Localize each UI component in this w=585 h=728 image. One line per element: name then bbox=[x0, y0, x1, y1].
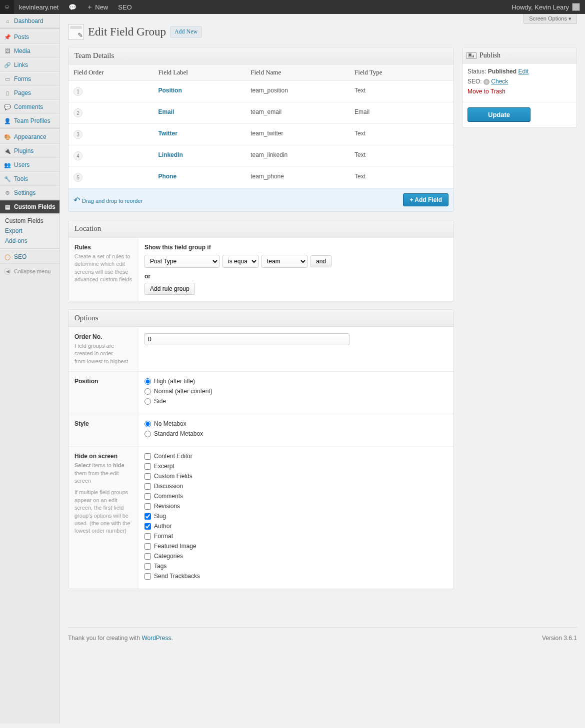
position-label: Position bbox=[74, 378, 132, 385]
submenu-custom-fields-link[interactable]: Custom Fields bbox=[0, 216, 60, 226]
field-label-link[interactable]: Email bbox=[158, 108, 174, 115]
page-icon: ▯ bbox=[4, 89, 11, 96]
comment-icon: 💬 bbox=[4, 103, 11, 110]
home-icon: ⌂ bbox=[4, 17, 11, 24]
seo-icon: ◯ bbox=[4, 253, 11, 260]
or-label: or bbox=[144, 273, 448, 280]
field-order: 4 bbox=[74, 151, 82, 160]
menu-settings[interactable]: ⚙Settings bbox=[0, 186, 60, 200]
submenu-custom-fields: Custom Fields Export Add-ons bbox=[0, 214, 60, 248]
menu-media[interactable]: 🖼Media bbox=[0, 44, 60, 58]
menu-custom-fields[interactable]: ▤Custom Fields bbox=[0, 200, 60, 214]
hide-item[interactable]: Comments bbox=[144, 493, 448, 500]
col-type: Field Type bbox=[350, 64, 454, 81]
move-to-trash-link[interactable]: Move to Trash bbox=[468, 88, 506, 95]
wp-logo-icon[interactable] bbox=[0, 0, 14, 14]
field-type: Text bbox=[350, 81, 454, 102]
position-normal[interactable]: Normal (after content) bbox=[144, 388, 448, 395]
hide-item[interactable]: Excerpt bbox=[144, 463, 448, 470]
col-label: Field Label bbox=[153, 64, 246, 81]
position-side[interactable]: Side bbox=[144, 398, 448, 405]
page-title: Edit Field Group Add New bbox=[68, 24, 577, 40]
hide-item[interactable]: Format bbox=[144, 533, 448, 540]
field-label-link[interactable]: Position bbox=[158, 87, 182, 94]
menu-posts[interactable]: 📌Posts bbox=[0, 30, 60, 44]
hide-item[interactable]: Featured Image bbox=[144, 543, 448, 550]
style-none[interactable]: No Metabox bbox=[144, 420, 448, 427]
howdy-account[interactable]: Howdy, Kevin Leary bbox=[506, 0, 585, 14]
fields-title: Team Details bbox=[68, 47, 454, 64]
site-name[interactable]: kevinleary.net bbox=[14, 0, 64, 14]
add-new-button[interactable]: Add New bbox=[170, 26, 202, 38]
version-text: Version 3.6.1 bbox=[542, 635, 577, 642]
edit-status-link[interactable]: Edit bbox=[518, 68, 528, 75]
seo-check-link[interactable]: Check bbox=[491, 78, 508, 85]
users-icon: 👥 bbox=[4, 161, 11, 168]
options-title: Options bbox=[68, 310, 454, 327]
drag-hint: ↶Drag and drop to reorder bbox=[74, 195, 142, 205]
hide-item[interactable]: Author bbox=[144, 523, 448, 530]
seo-menu[interactable]: SEO bbox=[113, 0, 136, 14]
seo-line: SEO: Check bbox=[468, 78, 572, 85]
field-label-link[interactable]: LinkedIn bbox=[158, 151, 182, 158]
avatar bbox=[572, 3, 580, 11]
hide-item[interactable]: Tags bbox=[144, 563, 448, 570]
form-icon: ▭ bbox=[4, 75, 11, 82]
collapse-menu[interactable]: ◀Collapse menu bbox=[0, 264, 60, 279]
rule-and-button[interactable]: and bbox=[310, 255, 332, 267]
new-content[interactable]: ＋New bbox=[82, 0, 113, 14]
field-label-link[interactable]: Twitter bbox=[158, 130, 177, 137]
hide-item[interactable]: Discussion bbox=[144, 483, 448, 490]
collapse-icon: ◀ bbox=[4, 268, 11, 275]
submenu-addons[interactable]: Add-ons bbox=[0, 236, 60, 246]
menu-dashboard[interactable]: ⌂Dashboard bbox=[0, 14, 60, 28]
status-line: Status: Published Edit bbox=[468, 68, 572, 75]
hide-item[interactable]: Custom Fields bbox=[144, 473, 448, 480]
publish-postbox: M↓ Publish Status: Published Edit SEO: C… bbox=[462, 47, 577, 127]
fields-icon: ▤ bbox=[4, 203, 11, 210]
field-row[interactable]: 2Emailteam_emailEmail bbox=[68, 102, 454, 124]
appearance-icon: 🎨 bbox=[4, 133, 11, 140]
add-rule-group-button[interactable]: Add rule group bbox=[144, 283, 195, 295]
hide-label: Hide on screen bbox=[74, 453, 132, 460]
field-row[interactable]: 3Twitterteam_twitterText bbox=[68, 124, 454, 145]
rule-param-select[interactable]: Post Type bbox=[144, 255, 220, 268]
hide-item[interactable]: Categories bbox=[144, 553, 448, 560]
menu-tools[interactable]: 🔧Tools bbox=[0, 172, 60, 186]
field-row[interactable]: 4LinkedInteam_linkedinText bbox=[68, 145, 454, 167]
wordpress-link[interactable]: WordPress bbox=[142, 635, 171, 642]
field-row[interactable]: 1Positionteam_positionText bbox=[68, 81, 454, 102]
menu-users[interactable]: 👥Users bbox=[0, 158, 60, 172]
menu-links[interactable]: 🔗Links bbox=[0, 58, 60, 72]
menu-appearance[interactable]: 🎨Appearance bbox=[0, 130, 60, 144]
rule-operator-select[interactable]: is equal to bbox=[222, 255, 258, 268]
fields-postbox: Team Details Field Order Field Label Fie… bbox=[68, 47, 454, 212]
position-high[interactable]: High (after title) bbox=[144, 378, 448, 385]
field-order: 3 bbox=[74, 130, 82, 139]
hide-item[interactable]: Send Trackbacks bbox=[144, 573, 448, 580]
hide-item[interactable]: Content Editor bbox=[144, 453, 448, 460]
footer: Thank you for creating with WordPress. V… bbox=[68, 627, 577, 649]
comments-icon[interactable]: 💬 bbox=[64, 0, 82, 14]
style-standard[interactable]: Standard Metabox bbox=[144, 430, 448, 437]
menu-forms[interactable]: ▭Forms bbox=[0, 72, 60, 86]
field-row[interactable]: 5Phoneteam_phoneText bbox=[68, 167, 454, 188]
location-title: Location bbox=[68, 220, 454, 237]
update-button[interactable]: Update bbox=[468, 107, 530, 122]
add-field-button[interactable]: + Add Field bbox=[403, 193, 448, 206]
menu-seo[interactable]: ◯SEO bbox=[0, 250, 60, 264]
order-no-input[interactable] bbox=[144, 333, 350, 345]
hide-item[interactable]: Revisions bbox=[144, 503, 448, 510]
gear-icon: ⚙ bbox=[4, 189, 11, 196]
menu-team-profiles[interactable]: 👤Team Profiles bbox=[0, 114, 60, 128]
menu-pages[interactable]: ▯Pages bbox=[0, 86, 60, 100]
rule-value-select[interactable]: team bbox=[262, 255, 308, 268]
order-no-label: Order No. bbox=[74, 333, 132, 340]
submenu-export[interactable]: Export bbox=[0, 226, 60, 236]
menu-comments[interactable]: 💬Comments bbox=[0, 100, 60, 114]
screen-options-toggle[interactable]: Screen Options ▾ bbox=[524, 14, 577, 24]
hide-item[interactable]: Slug bbox=[144, 513, 448, 520]
location-postbox: Location Rules Create a set of rules to … bbox=[68, 220, 454, 301]
field-label-link[interactable]: Phone bbox=[158, 173, 176, 180]
menu-plugins[interactable]: 🔌Plugins bbox=[0, 144, 60, 158]
